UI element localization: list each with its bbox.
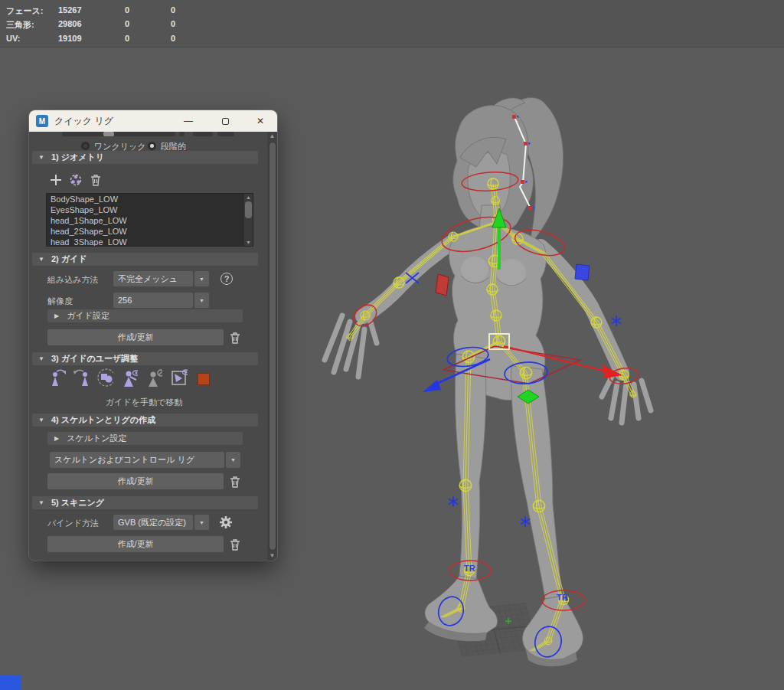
- guide-settings-label: ガイド設定: [67, 310, 109, 322]
- scroll-thumb[interactable]: [269, 142, 276, 551]
- skinning-delete-button[interactable]: [227, 536, 243, 553]
- select-geometry-button[interactable]: [67, 172, 84, 188]
- add-geometry-button[interactable]: [47, 172, 64, 188]
- resolution-label: 解像度: [47, 296, 73, 307]
- hide-guides-button[interactable]: [145, 369, 162, 386]
- dialog-titlebar[interactable]: M クイック リグ — ✕: [29, 110, 277, 132]
- show-guides-button[interactable]: [121, 369, 138, 386]
- uv-label: UV:: [6, 34, 20, 43]
- section-guide-header[interactable]: ▼ 2) ガイド: [32, 253, 258, 266]
- dialog-scrollbar[interactable]: ▲ ▼: [267, 132, 277, 561]
- bind-method-select[interactable]: GVB (既定の設定): [113, 515, 193, 530]
- scroll-thumb[interactable]: [245, 201, 252, 218]
- dropdown-arrow-icon[interactable]: ▼: [194, 271, 209, 286]
- show-guides-icon: [121, 368, 138, 388]
- section-skinning-title: 5) スキニング: [51, 497, 104, 509]
- guide-create-update-button[interactable]: 作成/更新: [47, 329, 224, 345]
- faces-total: 15267: [58, 5, 82, 15]
- add-icon: [50, 174, 62, 186]
- dropdown-arrow-icon[interactable]: ▼: [194, 293, 209, 308]
- guide-settings-frame[interactable]: ▶ ガイド設定: [47, 309, 243, 322]
- maya-window: TR TR: [0, 0, 784, 690]
- bind-settings-button[interactable]: [217, 514, 234, 531]
- list-item[interactable]: head_1Shape_LOW: [47, 215, 253, 226]
- list-scrollbar[interactable]: ▲ ▼: [244, 194, 253, 246]
- maximize-icon: [222, 118, 229, 125]
- tr-label-left: TR: [464, 564, 475, 573]
- trash-icon: [230, 476, 240, 488]
- hud-row-tris: 三角形: 29806 0 0: [0, 19, 230, 31]
- faces-col2: 0: [125, 5, 129, 15]
- rig-type-select[interactable]: スケルトンおよびコントロール リグ: [50, 452, 224, 468]
- tr-label-right: TR: [557, 593, 568, 602]
- trash-icon: [230, 332, 240, 344]
- embed-method-select[interactable]: 不完全メッシュ: [113, 271, 193, 286]
- tris-label: 三角形:: [6, 19, 34, 31]
- collapse-arrow-icon: ▼: [38, 499, 44, 506]
- scroll-down-icon[interactable]: ▼: [244, 239, 253, 246]
- xray-view-icon: [171, 368, 188, 388]
- dialog-title: クイック リグ: [54, 115, 113, 128]
- skeleton-settings-frame[interactable]: ▶ スケルトン設定: [47, 432, 243, 445]
- hud-row-faces: フェース: 15267 0 0: [0, 5, 230, 18]
- minimize-button[interactable]: —: [176, 110, 201, 132]
- snap-guides-icon: [96, 368, 113, 388]
- list-item[interactable]: EyesShape_LOW: [47, 204, 253, 215]
- uv-total: 19109: [58, 34, 82, 43]
- collapse-arrow-icon: ▼: [38, 355, 44, 362]
- section-guide-title: 2) ガイド: [51, 253, 87, 265]
- quick-rig-dialog: M クイック リグ — ✕ ワンクリック 段階的 ▼ 1) ジオ: [29, 110, 277, 561]
- gear-icon: [218, 515, 234, 530]
- mirror-guides-right-button[interactable]: [49, 369, 66, 386]
- help-button[interactable]: ?: [220, 273, 233, 285]
- section-user-adjust-header[interactable]: ▼ 3) ガイドのユーザ調整: [32, 352, 258, 365]
- trash-icon: [90, 174, 101, 186]
- expand-arrow-icon: ▶: [54, 435, 59, 442]
- collapse-arrow-icon: ▼: [38, 417, 44, 423]
- section-geometry-title: 1) ジオメトリ: [51, 152, 104, 163]
- step-by-step-radio[interactable]: [148, 142, 156, 150]
- maximize-button[interactable]: [213, 110, 237, 132]
- section-skeleton-header[interactable]: ▼ 4) スケルトンとリグの作成: [32, 414, 258, 427]
- mirror-guides-left-button[interactable]: [73, 369, 90, 386]
- dropdown-arrow-icon[interactable]: ▼: [226, 452, 240, 468]
- guide-delete-button[interactable]: [227, 329, 243, 346]
- maya-app-icon: M: [36, 115, 48, 127]
- dropdown-arrow-icon[interactable]: ▼: [194, 515, 209, 530]
- section-skinning-header[interactable]: ▼ 5) スキニング: [32, 496, 258, 509]
- embed-method-label: 組み込み方法: [47, 274, 99, 286]
- red-plane-marker[interactable]: [436, 274, 449, 296]
- clear-geometry-button[interactable]: [87, 172, 104, 188]
- section-skeleton-title: 4) スケルトンとリグの作成: [51, 414, 155, 426]
- skeleton-create-update-button[interactable]: 作成/更新: [47, 473, 224, 489]
- snap-guides-button[interactable]: [96, 369, 113, 386]
- guide-color-swatch[interactable]: [198, 373, 210, 385]
- xray-view-button[interactable]: [171, 369, 188, 386]
- section-geometry-header[interactable]: ▼ 1) ジオメトリ: [32, 151, 258, 164]
- blue-plane-marker[interactable]: [575, 264, 590, 280]
- hide-guides-icon: [145, 368, 162, 388]
- tris-total: 29806: [58, 19, 82, 28]
- skeleton-settings-label: スケルトン設定: [67, 433, 126, 444]
- uv-col2: 0: [125, 34, 129, 43]
- one-click-radio[interactable]: [81, 142, 90, 150]
- list-item[interactable]: BodyShape_LOW: [47, 194, 253, 204]
- list-item[interactable]: head_3Shape_LOW: [47, 237, 253, 247]
- mirror-guides-left-icon: [73, 368, 90, 388]
- geometry-list[interactable]: BodyShape_LOW EyesShape_LOW head_1Shape_…: [46, 193, 253, 247]
- tris-col3: 0: [171, 19, 175, 28]
- close-button[interactable]: ✕: [248, 110, 273, 132]
- trash-icon: [230, 538, 240, 551]
- taskbar-fragment: [0, 675, 21, 690]
- resolution-select[interactable]: 256: [113, 293, 193, 308]
- hud-row-uv: UV: 19109 0 0: [0, 34, 230, 46]
- skinning-create-update-button[interactable]: 作成/更新: [47, 536, 224, 552]
- scroll-up-icon[interactable]: ▲: [244, 194, 253, 201]
- list-item[interactable]: head_2Shape_LOW: [47, 226, 253, 237]
- scroll-up-icon[interactable]: ▲: [267, 132, 277, 141]
- mirror-guides-right-icon: [49, 368, 66, 388]
- bind-method-label: バインド方法: [47, 518, 99, 529]
- skeleton-delete-button[interactable]: [227, 473, 243, 490]
- faces-label: フェース:: [6, 5, 43, 17]
- expand-arrow-icon: ▶: [54, 312, 59, 319]
